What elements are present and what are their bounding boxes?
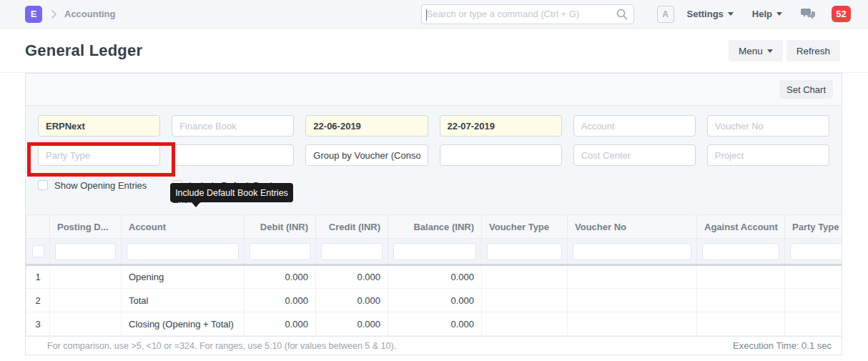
account-filter[interactable]: [573, 115, 696, 137]
row-index: 1: [26, 265, 50, 289]
posting-date-column-filter[interactable]: [55, 243, 116, 260]
set-chart-button[interactable]: Set Chart: [779, 80, 833, 99]
avatar[interactable]: A: [657, 6, 674, 23]
debit-column-filter[interactable]: [250, 243, 310, 260]
chevron-right-icon: [51, 9, 57, 19]
finance-book-filter[interactable]: [172, 115, 294, 137]
logo-letter: E: [31, 9, 37, 19]
group-by-filter[interactable]: [305, 144, 428, 166]
row-index: 3: [26, 312, 50, 336]
against-account-cell: [697, 265, 785, 289]
balance-column-filter[interactable]: [393, 243, 476, 260]
refresh-button[interactable]: Refresh: [786, 40, 840, 61]
page-header: General Ledger Menu Refresh: [0, 29, 868, 73]
breadcrumb-accounting[interactable]: Accounting: [64, 9, 116, 19]
refresh-button-label: Refresh: [797, 46, 830, 56]
settings-label: Settings: [687, 9, 724, 19]
against-account-cell: [697, 312, 785, 336]
party-type-filter[interactable]: [38, 144, 160, 166]
select-all-box[interactable]: [32, 245, 44, 257]
filter-section: Show Opening Entries Include Default Boo…: [26, 106, 842, 214]
col-row-handle: [26, 215, 50, 239]
global-search[interactable]: [421, 4, 634, 24]
voucher-type-cell: [482, 265, 568, 289]
chat-icon[interactable]: [801, 8, 816, 21]
voucher-type-column-filter[interactable]: [487, 243, 562, 260]
voucher-no-cell: [568, 289, 697, 312]
notification-count: 52: [836, 9, 846, 19]
posting-date-cell: [50, 312, 122, 336]
col-debit[interactable]: Debit (INR): [245, 215, 316, 239]
table-row: 1 Opening 0.000 0.000 0.000: [26, 265, 842, 289]
show-opening-entries-option[interactable]: Show Opening Entries: [38, 179, 172, 207]
search-input[interactable]: [422, 5, 616, 24]
account-cell: Closing (Opening + Total): [122, 312, 245, 336]
col-voucher-type[interactable]: Voucher Type: [482, 215, 568, 239]
execution-time: Execution Time: 0.1 sec: [733, 340, 832, 351]
help-menu[interactable]: Help: [752, 9, 782, 19]
column-filter-row: [26, 239, 842, 265]
help-label: Help: [752, 9, 772, 19]
against-account-column-filter[interactable]: [702, 243, 779, 260]
balance-cell: 0.000: [388, 312, 482, 336]
credit-cell: 0.000: [316, 265, 388, 289]
top-navbar: E Accounting A Settings Help 52: [0, 0, 868, 29]
show-opening-entries-label: Show Opening Entries: [54, 180, 147, 191]
posting-date-cell: [50, 265, 122, 289]
notification-badge[interactable]: 52: [832, 6, 851, 22]
show-opening-entries-checkbox[interactable]: [38, 180, 48, 190]
account-cell: Opening: [122, 265, 245, 289]
table-header-row: Posting D... Account Debit (INR) Credit …: [26, 215, 842, 239]
credit-column-filter[interactable]: [321, 243, 383, 260]
col-balance[interactable]: Balance (INR): [388, 215, 482, 239]
party-filter[interactable]: [172, 144, 294, 166]
app-logo[interactable]: E: [25, 6, 42, 23]
filter-row-2: [38, 144, 829, 166]
debit-cell: 0.000: [245, 312, 316, 336]
table-row: 3 Closing (Opening + Total) 0.000 0.000 …: [26, 312, 842, 336]
col-account[interactable]: Account: [122, 215, 245, 239]
from-date-filter[interactable]: [305, 115, 428, 137]
tooltip: Include Default Book Entries: [170, 183, 293, 202]
col-credit[interactable]: Credit (INR): [316, 215, 388, 239]
col-party-type[interactable]: Party Type: [785, 215, 842, 239]
account-column-filter[interactable]: [127, 243, 239, 260]
voucher-type-cell: [482, 289, 568, 312]
avatar-letter: A: [662, 9, 669, 19]
table-row: 2 Total 0.000 0.000 0.000: [26, 289, 842, 312]
party-type-column-filter[interactable]: [790, 243, 842, 260]
report-footer: For comparison, use >5, <10 or =324. For…: [26, 336, 842, 355]
balance-cell: 0.000: [388, 265, 482, 289]
voucher-no-column-filter[interactable]: [573, 243, 691, 260]
company-filter[interactable]: [38, 115, 160, 137]
tooltip-arrow: [192, 202, 200, 207]
voucher-no-filter[interactable]: [707, 115, 829, 137]
cost-center-filter[interactable]: [573, 144, 696, 166]
project-filter[interactable]: [707, 144, 829, 166]
page-title: General Ledger: [25, 41, 142, 60]
account-cell: Total: [122, 289, 245, 312]
menu-button[interactable]: Menu: [729, 40, 783, 61]
empty-filter[interactable]: [440, 144, 562, 166]
party-type-cell: [785, 265, 842, 289]
caret-down-icon: [767, 49, 773, 53]
settings-menu[interactable]: Settings: [687, 9, 734, 19]
report-toolbar: Set Chart: [26, 74, 842, 106]
col-posting-date[interactable]: Posting D...: [50, 215, 122, 239]
caret-down-icon: [728, 12, 734, 16]
voucher-no-cell: [568, 312, 697, 336]
debit-cell: 0.000: [245, 289, 316, 312]
debit-cell: 0.000: [245, 265, 316, 289]
caret-down-icon: [776, 12, 782, 16]
party-type-cell: [785, 312, 842, 336]
report-container: Set Chart Show Opening Entries Include D…: [25, 73, 842, 355]
credit-cell: 0.000: [316, 312, 388, 336]
checkbox-row: Show Opening Entries Include Default Boo…: [38, 179, 829, 207]
report-table: Posting D... Account Debit (INR) Credit …: [26, 214, 842, 336]
tooltip-text: Include Default Book Entries: [175, 188, 288, 198]
voucher-type-cell: [482, 312, 568, 336]
col-against-account[interactable]: Against Account: [697, 215, 785, 239]
text-caret: [426, 9, 427, 21]
to-date-filter[interactable]: [440, 115, 562, 137]
col-voucher-no[interactable]: Voucher No: [568, 215, 697, 239]
